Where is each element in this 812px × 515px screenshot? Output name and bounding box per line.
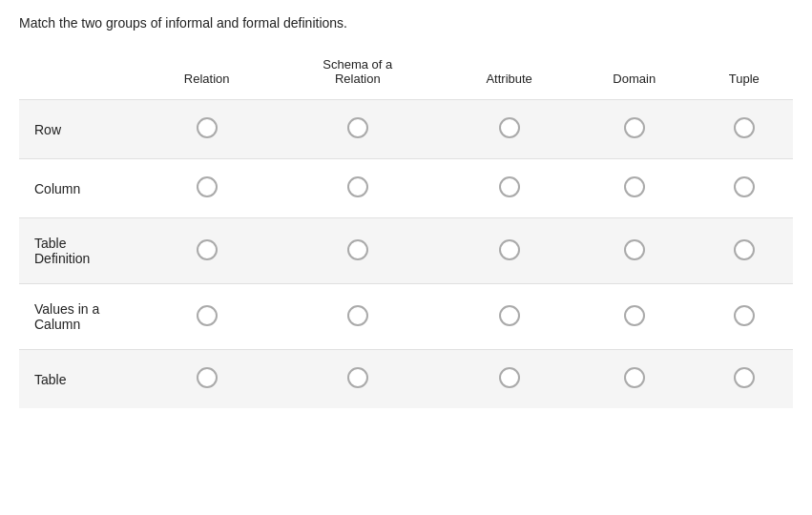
cell-values-in-a-column-attribute[interactable] — [445, 284, 573, 350]
cell-row-schema[interactable] — [270, 100, 445, 159]
cell-column-attribute[interactable] — [445, 159, 573, 218]
table-row: Table — [19, 350, 793, 409]
table-row: Values in aCalumn — [19, 284, 793, 350]
col-header-relation: Relation — [143, 50, 270, 100]
radio-row-tuple[interactable] — [734, 117, 755, 138]
cell-table-tuple[interactable] — [696, 350, 793, 409]
radio-column-domain[interactable] — [624, 176, 645, 197]
cell-values-in-a-column-relation[interactable] — [143, 284, 270, 350]
radio-table-definition-relation[interactable] — [197, 239, 218, 260]
radio-table-relation[interactable] — [197, 367, 218, 388]
cell-table-domain[interactable] — [573, 350, 696, 409]
radio-row-attribute[interactable] — [499, 117, 520, 138]
radio-values-in-a-column-tuple[interactable] — [734, 305, 755, 326]
table-row: Row — [19, 100, 793, 159]
cell-table-definition-attribute[interactable] — [445, 218, 573, 284]
cell-table-definition-tuple[interactable] — [696, 218, 793, 284]
cell-row-relation[interactable] — [143, 100, 270, 159]
radio-table-domain[interactable] — [624, 367, 645, 388]
cell-column-tuple[interactable] — [696, 159, 793, 218]
cell-values-in-a-column-domain[interactable] — [573, 284, 696, 350]
cell-table-attribute[interactable] — [445, 350, 573, 409]
row-label-table-definition: TableDefinition — [19, 218, 143, 284]
cell-table-definition-schema[interactable] — [270, 218, 445, 284]
cell-column-schema[interactable] — [270, 159, 445, 218]
radio-row-schema[interactable] — [347, 117, 368, 138]
radio-table-definition-attribute[interactable] — [499, 239, 520, 260]
table-row: TableDefinition — [19, 218, 793, 284]
col-header-tuple: Tuple — [696, 50, 793, 100]
cell-table-definition-relation[interactable] — [143, 218, 270, 284]
cell-row-tuple[interactable] — [696, 100, 793, 159]
radio-column-attribute[interactable] — [499, 176, 520, 197]
col-header-empty — [19, 50, 143, 100]
col-header-schema: Schema of aRelation — [270, 50, 445, 100]
radio-column-schema[interactable] — [347, 176, 368, 197]
cell-column-domain[interactable] — [573, 159, 696, 218]
cell-column-relation[interactable] — [143, 159, 270, 218]
radio-values-in-a-column-attribute[interactable] — [499, 305, 520, 326]
col-header-attribute: Attribute — [445, 50, 573, 100]
radio-table-definition-tuple[interactable] — [734, 239, 755, 260]
radio-table-definition-domain[interactable] — [624, 239, 645, 260]
cell-row-attribute[interactable] — [445, 100, 573, 159]
radio-row-relation[interactable] — [197, 117, 218, 138]
cell-table-relation[interactable] — [143, 350, 270, 409]
cell-table-definition-domain[interactable] — [573, 218, 696, 284]
radio-table-attribute[interactable] — [499, 367, 520, 388]
col-header-domain: Domain — [573, 50, 696, 100]
cell-table-schema[interactable] — [270, 350, 445, 409]
radio-row-domain[interactable] — [624, 117, 645, 138]
table-row: Column — [19, 159, 793, 218]
cell-row-domain[interactable] — [573, 100, 696, 159]
cell-values-in-a-column-schema[interactable] — [270, 284, 445, 350]
cell-values-in-a-column-tuple[interactable] — [696, 284, 793, 350]
radio-column-relation[interactable] — [197, 176, 218, 197]
radio-table-definition-schema[interactable] — [347, 239, 368, 260]
row-label-column: Column — [19, 159, 143, 218]
matching-table: Relation Schema of aRelation Attribute D… — [19, 50, 793, 408]
row-label-table: Table — [19, 350, 143, 409]
radio-column-tuple[interactable] — [734, 176, 755, 197]
radio-table-schema[interactable] — [347, 367, 368, 388]
radio-table-tuple[interactable] — [734, 367, 755, 388]
row-label-row: Row — [19, 100, 143, 159]
row-label-values-in-a-column: Values in aCalumn — [19, 284, 143, 350]
instructions-text: Match the two groups of informal and for… — [19, 15, 793, 31]
radio-values-in-a-column-schema[interactable] — [347, 305, 368, 326]
radio-values-in-a-column-domain[interactable] — [624, 305, 645, 326]
radio-values-in-a-column-relation[interactable] — [197, 305, 218, 326]
